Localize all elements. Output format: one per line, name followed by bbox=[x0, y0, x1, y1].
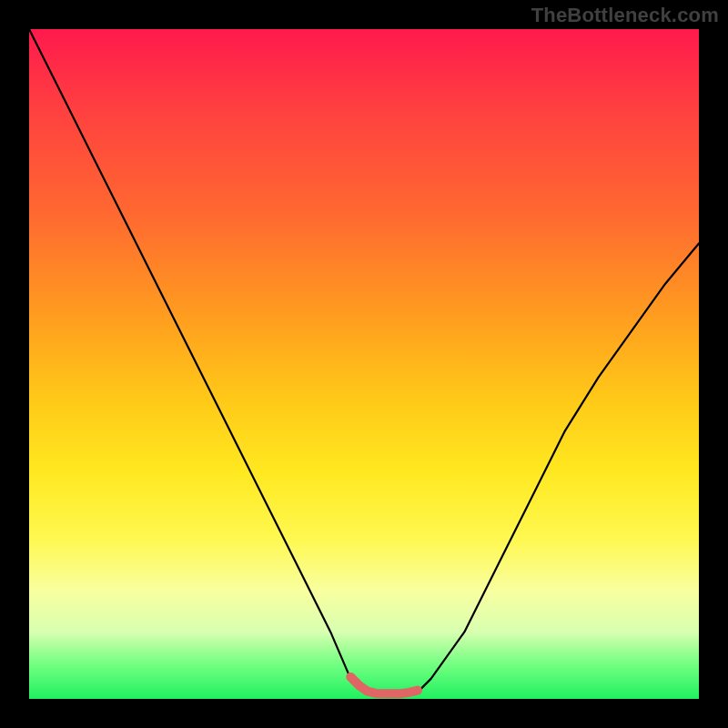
plot-area bbox=[29, 29, 699, 699]
chart-frame: TheBottleneck.com bbox=[0, 0, 728, 728]
curve-path bbox=[29, 29, 699, 695]
watermark-text: TheBottleneck.com bbox=[531, 4, 719, 27]
optimal-band-path bbox=[350, 677, 418, 693]
bottleneck-curve bbox=[29, 29, 699, 699]
